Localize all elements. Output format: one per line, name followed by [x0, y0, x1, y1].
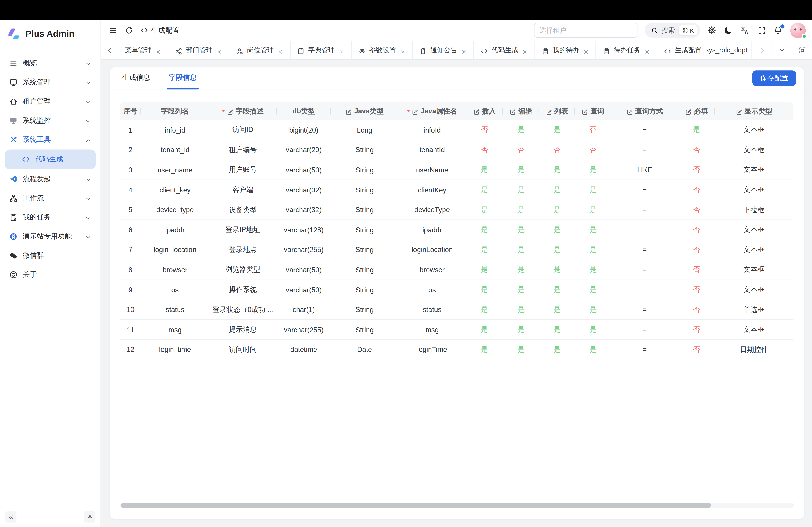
- edit-column-icon[interactable]: [736, 108, 742, 115]
- sidebar-item-system-tools[interactable]: 系统工具: [5, 131, 96, 149]
- tab-dept-management[interactable]: 部门管理: [168, 42, 229, 59]
- cell-value[interactable]: 否: [693, 306, 700, 313]
- cell-value[interactable]: 是: [518, 326, 524, 333]
- table-row[interactable]: 10status登录状态（0成功 ...char(1)Stringstatus是…: [120, 300, 794, 320]
- logo-row[interactable]: Plus Admin: [0, 20, 100, 46]
- sidebar-item-system-management[interactable]: 系统管理: [5, 73, 96, 92]
- cell-value[interactable]: 否: [553, 146, 561, 153]
- tab-menu-management[interactable]: 菜单管理: [118, 42, 168, 59]
- table-row[interactable]: 4client_key客户端varchar(32)StringclientKey…: [120, 180, 794, 200]
- cell-value[interactable]: 是: [481, 346, 488, 353]
- cell-value[interactable]: 是: [589, 326, 596, 333]
- table-row[interactable]: 12login_time访问时间datetimeDateloginTime是是是…: [120, 340, 794, 360]
- language-toggle[interactable]: 文A: [740, 26, 749, 35]
- cell-value[interactable]: 是: [589, 306, 596, 313]
- table-row[interactable]: 9os操作系统varchar(50)Stringos是是是是=否文本框: [120, 280, 794, 300]
- cell-value[interactable]: 是: [553, 206, 561, 213]
- tab-param-settings[interactable]: 参数设置: [352, 42, 413, 59]
- edit-column-icon[interactable]: [345, 108, 352, 115]
- cell-value[interactable]: 否: [481, 146, 488, 153]
- cell-value[interactable]: 否: [693, 166, 700, 174]
- refresh-button[interactable]: [124, 26, 133, 35]
- table-row[interactable]: 11msg提示消息varchar(255)Stringmsg是是是是=否文本框: [120, 320, 794, 340]
- fullscreen-button[interactable]: [757, 26, 766, 35]
- edit-column-icon[interactable]: [473, 108, 480, 115]
- cell-value[interactable]: 是: [481, 266, 488, 273]
- cell-value[interactable]: 是: [553, 126, 561, 133]
- sidebar-item-code-generation[interactable]: 代码生成: [5, 150, 96, 169]
- tab-close-button[interactable]: [583, 47, 589, 53]
- content-maximize-button[interactable]: [792, 42, 812, 59]
- sidebar-item-workflow[interactable]: 工作流: [5, 189, 96, 208]
- tab-close-button[interactable]: [217, 47, 222, 53]
- dark-mode-toggle[interactable]: [724, 26, 733, 35]
- sidebar-item-my-tasks[interactable]: 我的任务: [5, 208, 96, 227]
- table-row[interactable]: 5device_type设备类型varchar(32)StringdeviceT…: [120, 200, 794, 220]
- table-row[interactable]: 8browser浏览器类型varchar(50)Stringbrowser是是是…: [120, 260, 794, 280]
- cell-value[interactable]: 是: [553, 326, 561, 333]
- cell-value[interactable]: 是: [518, 266, 524, 273]
- cell-value[interactable]: 是: [553, 246, 561, 253]
- tab-close-button[interactable]: [278, 47, 283, 53]
- cell-value[interactable]: 否: [693, 286, 700, 293]
- cell-value[interactable]: 否: [589, 146, 596, 153]
- cell-value[interactable]: 是: [553, 166, 561, 174]
- horizontal-scrollbar-thumb[interactable]: [121, 503, 711, 508]
- edit-column-icon[interactable]: [227, 108, 234, 115]
- cell-value[interactable]: 否: [589, 126, 596, 133]
- sidebar-item-overview[interactable]: 概览: [5, 54, 96, 73]
- cell-value[interactable]: 是: [481, 246, 488, 253]
- cell-value[interactable]: 是: [518, 346, 524, 353]
- table-row[interactable]: 6ipaddr登录IP地址varchar(128)Stringipaddr是是是…: [120, 220, 794, 240]
- cell-value[interactable]: 是: [553, 286, 561, 293]
- cell-value[interactable]: 是: [589, 186, 596, 193]
- cell-value[interactable]: 是: [693, 126, 700, 133]
- pin-sidebar-button[interactable]: [84, 511, 96, 523]
- cell-value[interactable]: 是: [589, 346, 596, 353]
- cell-value[interactable]: 是: [518, 226, 524, 234]
- tab-code-generation[interactable]: 代码生成: [474, 42, 535, 59]
- cell-value[interactable]: 是: [589, 286, 596, 293]
- cell-value[interactable]: 是: [589, 266, 596, 273]
- edit-column-icon[interactable]: [412, 108, 419, 115]
- edit-column-icon[interactable]: [581, 108, 588, 115]
- table-row[interactable]: 1info_id访问IDbigint(20)LonginfoId否是是否=是文本…: [120, 120, 794, 140]
- cell-value[interactable]: 是: [553, 306, 561, 313]
- notifications-button[interactable]: [774, 26, 782, 35]
- cell-value[interactable]: 是: [553, 186, 561, 193]
- tabs-scroll-left-button[interactable]: [101, 42, 118, 59]
- tabs-scroll-right-button[interactable]: [751, 42, 772, 59]
- tab-post-management[interactable]: 岗位管理: [229, 42, 291, 59]
- cell-value[interactable]: 否: [481, 126, 488, 133]
- cell-value[interactable]: 是: [481, 206, 488, 213]
- tab-todo-tasks[interactable]: 待办任务: [596, 42, 657, 59]
- cell-value[interactable]: 否: [693, 226, 700, 234]
- sidebar-item-wechat-group[interactable]: 微信群: [5, 246, 96, 265]
- collapse-sidebar-button[interactable]: [5, 511, 17, 523]
- sidebar-item-demo-features[interactable]: 演示站专用功能: [5, 227, 96, 246]
- global-search-button[interactable]: 搜索 ⌘ K: [644, 23, 700, 38]
- tenant-select-input[interactable]: [534, 23, 637, 38]
- tab-close-button[interactable]: [156, 47, 161, 53]
- sidebar-item-flow-start[interactable]: 流程发起: [5, 170, 96, 189]
- tab-generation-info[interactable]: 生成信息: [120, 73, 152, 89]
- sidebar-item-tenant-management[interactable]: 租户管理: [5, 92, 96, 111]
- cell-value[interactable]: 是: [481, 166, 488, 174]
- table-row[interactable]: 7login_location登录地点varchar(255)Stringlog…: [120, 240, 794, 260]
- cell-value[interactable]: 是: [481, 286, 488, 293]
- cell-value[interactable]: 否: [693, 326, 700, 333]
- tab-close-button[interactable]: [644, 47, 650, 53]
- table-row[interactable]: 3user_name用户账号varchar(50)StringuserName是…: [120, 160, 794, 180]
- cell-value[interactable]: 是: [518, 126, 524, 133]
- tab-dict-management[interactable]: 字典管理: [291, 42, 352, 59]
- save-config-button[interactable]: 保存配置: [752, 70, 796, 86]
- hamburger-menu-button[interactable]: [108, 26, 117, 35]
- cell-value[interactable]: 是: [518, 206, 524, 213]
- tab-close-button[interactable]: [339, 47, 345, 53]
- cell-value[interactable]: 否: [693, 186, 700, 193]
- cell-value[interactable]: 是: [518, 246, 524, 253]
- edit-column-icon[interactable]: [546, 108, 552, 115]
- edit-column-icon[interactable]: [509, 108, 516, 115]
- table-row[interactable]: 2tenant_id租户编号varchar(20)StringtenantId否…: [120, 140, 794, 160]
- cell-value[interactable]: 是: [589, 246, 596, 253]
